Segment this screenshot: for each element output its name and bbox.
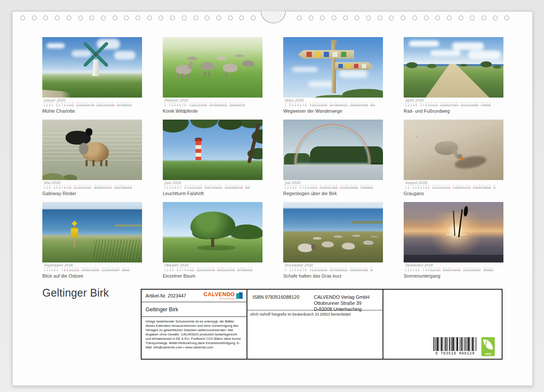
month-caption: Leuchtturm Falshöft [163,191,263,196]
mini-calendar-juli: Juli 2026M1D2F3S4S5M6D7M8D9F10S11S12M13D… [283,181,383,189]
calendar-back-page: Januar 2026D1F2S3S4M5D6M7D8F9S10S11M12D1… [0,0,544,392]
binding-hole [251,16,256,20]
photo-juli [283,120,383,180]
barcode-digits: 9 783516 088120 [433,351,477,356]
mini-calendar-september: September 2026D1M2D3F4S5S6M7D8M9D10F11S1… [42,264,142,272]
month-name: November 2026 [285,264,383,267]
binding-hole [78,16,83,20]
binding-hole [216,16,221,20]
month-name: Mai 2026 [44,181,142,185]
day-numbers-row: D1F2S3S4M5D6M7D8F9S10S11M12D13M14D15F16S… [164,267,263,272]
month-cell-dezember: Dezember 2026D1M2D3F4S5S6M7D8M9D10F11S12… [404,202,503,278]
binding-hole [124,16,129,20]
binding-hole [424,16,429,20]
binding-hole [343,16,348,20]
calvendo-logo: CALVENDO Dein Kalenderverlag [204,292,243,300]
binding-hole [447,16,452,20]
binding-hole [55,16,60,20]
photo-februar [163,37,263,98]
month-caption: Sonnenuntergang [404,273,503,278]
barcode-area: 9 783516 088120 eco [433,337,495,356]
barcode-bars [433,337,477,351]
leaf-icon [483,338,493,351]
binding-hole [32,16,37,20]
binding-hole [170,16,175,20]
month-caption: Konik Wildpferde [163,108,263,114]
month-name: März 2026 [285,99,383,102]
mini-calendar-april: April 2026M1D2F3S4S5M6D7M8D9F10S11S12M13… [404,99,503,107]
binding-hole [205,16,209,20]
photographer-credit: ulrich niehoff fotografie im beukenbusch… [250,312,351,316]
mini-calendar-juni: Juni 2026M1D2M3D4F5S6S7M8D9M10D11F12S13S… [163,181,263,189]
day-numbers-row: S1S2M3D4M5D6F7S8S9M10D11M12D13F14S15S16M… [405,185,503,189]
binding-hole [66,16,71,20]
publisher-city: D-82008 Unterhaching [314,307,370,313]
info-column-middle: ISBN 9783516088120 CALVENDO Verlag GmbH … [247,290,383,359]
publisher-info-box: Artikel-Nr. 2023447 CALVENDO Dein Kalend… [141,289,503,360]
info-column-right: 9 783516 088120 eco [383,290,502,359]
binding-hole [389,16,394,20]
mini-calendar-november: November 2026S1M2D3M4D5F6S7S8M9D10M11D12… [283,264,383,272]
day-numbers-row: D1M2D3F4S5S6M7D8M9D10F11S12S13M14D15M16D… [43,267,142,272]
binding-hole [136,16,140,20]
month-caption: Regenbogen über die Birk [283,191,383,196]
day-numbers-row: S1M2D3M4D5F6S7S8M9D10M11D12F13S14S15M16D… [164,102,263,107]
day-numbers-row: S1M2D3M4D5F6S7S8M9D10M11D12F13S14S15M16D… [284,267,383,272]
publisher-name: CALVENDO Verlag GmbH [314,294,370,300]
binding-hole [493,16,498,20]
eco-label-text: eco [481,352,495,356]
binding-hole [366,16,371,20]
binding-hole [459,16,463,20]
binding-hole [89,16,94,20]
page-title: Geltinger Birk [42,287,109,299]
calendar-title: Geltinger Birk [145,307,178,313]
month-cell-august: August 2026S1S2M3D4M5D6F7S8S9M10D11M12D1… [404,120,503,196]
calendar-sheet: Januar 2026D1F2S3S4M5D6M7D8F9S10S11M12D1… [12,11,533,386]
mini-calendar-oktober: Oktober 2026D1F2S3S4M5D6M7D8F9S10S11M12D… [163,264,263,272]
binding-hole [239,16,244,20]
eco-label: eco [481,337,495,356]
photo-dezember [404,202,503,262]
binding-hole [101,16,106,20]
binding-hole [320,16,325,20]
month-caption: Graugans [404,191,503,196]
mini-calendar-august: August 2026S1S2M3D4M5D6F7S8S9M10D11M12D1… [404,181,503,189]
day-numbers-row: D1F2S3S4M5D6M7D8F9S10S11M12D13M14D15F16S… [43,102,142,107]
mini-calendar-januar: Januar 2026D1F2S3S4M5D6M7D8F9S10S11M12D1… [42,99,142,107]
binding-hole [147,16,152,20]
month-cell-januar: Januar 2026D1F2S3S4M5D6M7D8F9S10S11M12D1… [42,37,142,114]
day-numbers-row: M1D2F3S4S5M6D7M8D9F10S11S12M13D14M15D16F… [284,185,383,189]
binding-hole [193,16,198,20]
photo-oktober [163,202,263,262]
binding-hole [113,16,117,20]
binding-hole [43,16,48,20]
mini-calendar-mai: Mai 2026F1S2S3M4D5M6D7F8S9S10M11D12M13D1… [42,181,142,189]
calvendo-logo-text-block: CALVENDO Dein Kalenderverlag [204,292,235,300]
photo-mai [42,120,142,180]
month-cell-juli: Juli 2026M1D2F3S4S5M6D7M8D9F10S11S12M13D… [283,120,383,196]
ean-barcode: 9 783516 088120 [433,337,478,356]
month-caption: Blick auf die Ostsee [42,273,142,278]
month-cell-april: April 2026M1D2F3S4S5M6D7M8D9F10S11S12M13… [404,37,503,114]
mini-calendar-februar: Februar 2026S1M2D3M4D5F6S7S8M9D10M11D12F… [163,99,263,107]
month-cell-november: November 2026S1M2D3M4D5F6S7S8M9D10M11D12… [283,202,383,278]
calvendo-wordmark: CALVENDO [204,292,235,297]
isbn-row: ISBN 9783516088120 CALVENDO Verlag GmbH … [247,290,383,312]
month-name: Februar 2026 [164,99,263,102]
binding-hole [309,16,313,20]
photo-april [404,37,503,98]
month-thumbnails-grid: Januar 2026D1F2S3S4M5D6M7D8F9S10S11M12D1… [42,37,522,288]
binding-hole [158,16,163,20]
month-caption: Mühle Charlotte [42,108,142,114]
binding-hole [332,16,336,20]
title-row: Geltinger Birk [142,302,247,317]
binding-hole [435,16,440,20]
day-numbers-row: M1D2F3S4S5M6D7M8D9F10S11S12M13D14M15D16F… [405,102,503,107]
binding-hole [481,16,486,20]
month-caption: Rad- und Fußrundweg [404,108,503,114]
month-cell-juni: Juni 2026M1D2M3D4F5S6S7M8D9M10D11F12S13S… [163,120,263,196]
binding-hole [354,16,359,20]
month-cell-februar: Februar 2026S1M2D3M4D5F6S7S8M9D10M11D12F… [163,37,263,114]
photo-august [404,120,503,180]
divider [247,310,383,310]
